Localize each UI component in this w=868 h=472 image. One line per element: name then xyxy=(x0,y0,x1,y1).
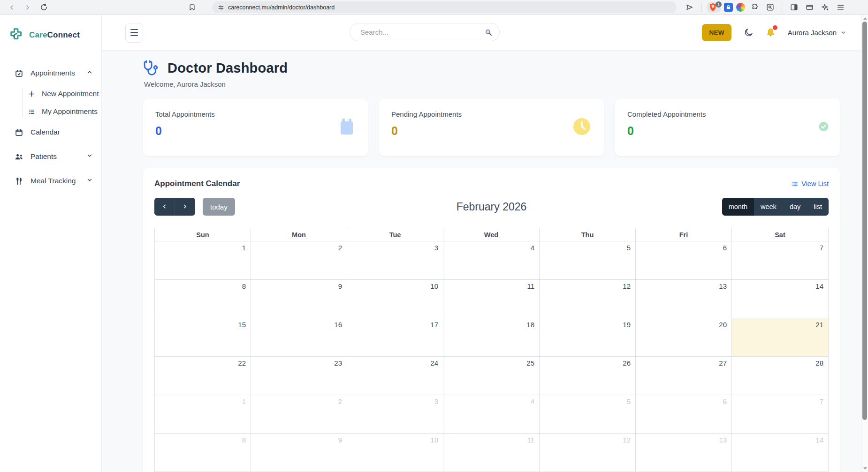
calendar-day-17[interactable]: 17 xyxy=(347,318,443,356)
search-tab-icon[interactable] xyxy=(764,1,776,14)
calendar-day-25[interactable]: 25 xyxy=(443,356,540,395)
search-input[interactable] xyxy=(360,28,484,36)
address-bar[interactable]: careconnect.mu/admin/doctor/dashboard xyxy=(212,1,677,13)
calendar-day-27[interactable]: 27 xyxy=(636,356,732,395)
calendar-day-21[interactable]: 21 xyxy=(732,318,828,356)
calendar-day-14[interactable]: 14 xyxy=(732,279,828,318)
calendar-day-next-month-4[interactable]: 4 xyxy=(443,395,540,433)
calendar-day-12[interactable]: 12 xyxy=(540,279,636,318)
calendar-today-button[interactable]: today xyxy=(203,198,235,216)
calendar-day-3[interactable]: 3 xyxy=(347,241,443,279)
calendar-day-6[interactable]: 6 xyxy=(636,241,732,279)
view-list-button[interactable]: list xyxy=(807,198,829,216)
browser-forward-icon[interactable] xyxy=(22,1,34,14)
view-week-button[interactable]: week xyxy=(754,198,783,216)
day-number: 11 xyxy=(527,436,534,444)
calendar-day-next-month-13[interactable]: 13 xyxy=(636,433,732,472)
scroll-up-arrow[interactable] xyxy=(863,17,867,20)
calendar-day-next-month-1[interactable]: 1 xyxy=(155,395,251,433)
notifications-bell-icon[interactable] xyxy=(766,28,776,38)
bookmark-icon[interactable] xyxy=(186,1,198,14)
calendar-day-next-month-10[interactable]: 10 xyxy=(347,433,443,472)
browser-menu-icon[interactable] xyxy=(834,1,846,14)
calendar-section-title: Appointment Calendar xyxy=(154,179,240,188)
calendar-prev-button[interactable] xyxy=(154,198,175,216)
calendar-day-next-month-7[interactable]: 7 xyxy=(732,395,828,433)
view-day-button[interactable]: day xyxy=(783,198,807,216)
sidebar-item-calendar[interactable]: Calendar xyxy=(14,127,93,138)
view-list-link[interactable]: View List xyxy=(791,180,829,187)
extensions-puzzle-icon[interactable] xyxy=(748,1,761,14)
calendar-day-16[interactable]: 16 xyxy=(251,318,347,356)
page-scrollbar[interactable] xyxy=(861,15,868,472)
app-logo[interactable]: CareConnect xyxy=(0,27,101,43)
sidebar-item-my-appointments[interactable]: My Appointments xyxy=(27,106,101,117)
search-box[interactable] xyxy=(350,23,500,41)
browser-reload-icon[interactable] xyxy=(38,1,50,14)
calendar-day-8[interactable]: 8 xyxy=(155,279,251,318)
calendar-day-18[interactable]: 18 xyxy=(443,318,540,356)
calendar-day-11[interactable]: 11 xyxy=(443,279,540,318)
sidebar-item-meal-tracking[interactable]: Meal Tracking xyxy=(14,175,93,187)
day-number: 7 xyxy=(820,397,823,405)
calendar-day-5[interactable]: 5 xyxy=(540,241,636,279)
calendar-next-button[interactable] xyxy=(175,198,195,216)
calendar-day-23[interactable]: 23 xyxy=(251,356,347,395)
day-number: 10 xyxy=(430,282,438,290)
sidebar-item-label: Appointments xyxy=(30,69,86,77)
calendar-day-next-month-11[interactable]: 11 xyxy=(443,433,540,472)
search-icon[interactable] xyxy=(484,28,493,37)
share-icon[interactable] xyxy=(683,1,695,14)
calendar-day-next-month-9[interactable]: 9 xyxy=(251,433,347,472)
sidebar-hamburger-button[interactable] xyxy=(125,23,143,43)
calendar-day-15[interactable]: 15 xyxy=(155,318,251,356)
dark-mode-moon-icon[interactable] xyxy=(744,28,754,37)
calendar-day-13[interactable]: 13 xyxy=(636,279,732,318)
calendar-day-next-month-8[interactable]: 8 xyxy=(155,433,251,472)
scroll-down-arrow[interactable] xyxy=(863,467,867,470)
wallet-icon[interactable] xyxy=(803,1,815,14)
calendar-day-26[interactable]: 26 xyxy=(540,356,636,395)
stat-value: 0 xyxy=(627,124,828,138)
calendar-day-9[interactable]: 9 xyxy=(251,279,347,318)
day-number: 7 xyxy=(820,244,823,252)
site-settings-icon[interactable] xyxy=(218,4,224,11)
leo-ai-sparkle-icon[interactable] xyxy=(819,1,831,14)
page-content: Doctor Dashboard Welcome, Aurora Jackson… xyxy=(102,51,868,472)
calendar-day-20[interactable]: 20 xyxy=(636,318,732,356)
user-menu[interactable]: Aurora Jackson xyxy=(788,29,846,37)
calendar-day-10[interactable]: 10 xyxy=(347,279,443,318)
new-button[interactable]: NEW xyxy=(702,24,731,41)
calendar-day-1[interactable]: 1 xyxy=(155,241,251,279)
scrollbar-thumb[interactable] xyxy=(862,22,867,420)
chevron-up-icon xyxy=(86,69,93,77)
view-month-button[interactable]: month xyxy=(722,198,754,216)
sidebar-toggle-icon[interactable] xyxy=(788,1,800,14)
calendar-day-4[interactable]: 4 xyxy=(443,241,540,279)
sidebar-item-appointments[interactable]: Appointments xyxy=(14,67,93,79)
sidebar-item-label: New Appointment xyxy=(42,90,99,98)
sidebar-item-new-appointment[interactable]: New Appointment xyxy=(27,88,101,99)
calendar-day-next-month-14[interactable]: 14 xyxy=(732,433,828,472)
day-number: 5 xyxy=(627,244,631,252)
color-orb-extension-icon[interactable] xyxy=(736,3,745,12)
calendar-day-next-month-12[interactable]: 12 xyxy=(540,433,636,472)
sidebar-item-label: Patients xyxy=(30,152,86,161)
sidebar-item-patients[interactable]: Patients xyxy=(14,151,93,162)
calendar-day-28[interactable]: 28 xyxy=(732,356,828,395)
calendar-day-7[interactable]: 7 xyxy=(732,241,828,279)
calendar-day-next-month-3[interactable]: 3 xyxy=(347,395,443,433)
calendar-day-2[interactable]: 2 xyxy=(251,241,347,279)
calendar-day-next-month-6[interactable]: 6 xyxy=(636,395,732,433)
calendar-day-next-month-2[interactable]: 2 xyxy=(251,395,347,433)
calendar-day-22[interactable]: 22 xyxy=(155,356,251,395)
calendar-day-24[interactable]: 24 xyxy=(347,356,443,395)
calendar-day-next-month-5[interactable]: 5 xyxy=(540,395,636,433)
app-logo-text: CareConnect xyxy=(29,30,80,40)
sidebar: CareConnect Appointments New Appointment xyxy=(0,15,102,472)
browser-back-icon[interactable] xyxy=(6,1,18,14)
password-extension-icon[interactable] xyxy=(724,3,733,12)
day-number: 13 xyxy=(719,282,727,290)
brave-shield-icon[interactable]: 1 xyxy=(707,2,721,13)
calendar-day-19[interactable]: 19 xyxy=(540,318,636,356)
